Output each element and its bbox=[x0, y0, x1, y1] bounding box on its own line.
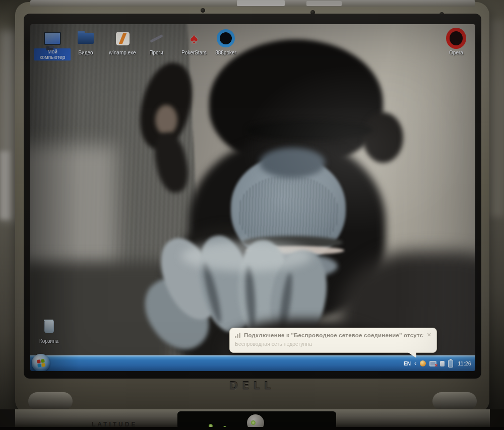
balloon-body-text: Беспроводная сеть недоступна bbox=[235, 341, 431, 347]
desktop-icon-label: Opera bbox=[448, 49, 465, 56]
my-computer-icon bbox=[34, 29, 71, 47]
chimp-brow bbox=[247, 120, 373, 140]
wireless-network-icon bbox=[235, 332, 240, 338]
hinge-right bbox=[432, 392, 477, 410]
desktop: Мой компьютер Видео winamp.exe Проги ♠ P… bbox=[30, 24, 475, 371]
opera-icon bbox=[438, 29, 474, 47]
chimp-ear bbox=[363, 112, 403, 163]
desktop-icon-label: Видео bbox=[77, 49, 94, 56]
language-indicator[interactable]: EN bbox=[404, 361, 411, 366]
baby-chimp-face bbox=[155, 105, 177, 135]
background-wall-right bbox=[489, 20, 504, 217]
power-led bbox=[251, 420, 256, 425]
notification-balloon: Подключение к "Беспроводное сетевое соед… bbox=[229, 328, 437, 353]
desktop-icon-label: Мой компьютер bbox=[34, 48, 71, 60]
chimp-knuckle-highlight bbox=[181, 241, 312, 271]
tray-chevron-icon[interactable]: ‹ bbox=[414, 361, 416, 366]
balloon-close-icon[interactable]: ✕ bbox=[427, 332, 431, 338]
hinge-left bbox=[28, 392, 73, 410]
power-plug-icon[interactable] bbox=[440, 361, 445, 366]
desktop-icon-label: winamp.exe bbox=[107, 49, 137, 56]
888poker-icon bbox=[208, 29, 244, 47]
desktop-icon-label: 888poker bbox=[214, 49, 238, 56]
desktop-icon-opera[interactable]: Opera bbox=[438, 29, 474, 56]
chimp-nose bbox=[260, 148, 325, 178]
dell-brand-logo: DELL bbox=[222, 380, 282, 392]
video-folder-icon bbox=[68, 29, 104, 47]
windows-flag-icon bbox=[37, 359, 45, 367]
wallpaper-chimpanzee-image bbox=[30, 24, 475, 371]
taskbar-clock[interactable]: 11:26 bbox=[458, 360, 471, 366]
lid-latch-highlight bbox=[306, 1, 342, 6]
progi-shortcut-icon bbox=[138, 29, 174, 47]
desktop-icon-video[interactable]: Видео bbox=[68, 29, 104, 56]
desktop-icon-label: Корзина bbox=[38, 338, 60, 344]
start-button[interactable] bbox=[32, 354, 50, 371]
desktop-icon-label: Проги bbox=[148, 49, 165, 56]
laptop-screen: Мой компьютер Видео winamp.exe Проги ♠ P… bbox=[30, 24, 475, 371]
desktop-icon-pokerstars[interactable]: ♠ PokerStars bbox=[176, 29, 212, 56]
battery-icon[interactable] bbox=[448, 360, 453, 367]
tray-app-icon[interactable] bbox=[420, 360, 426, 366]
desktop-icon-label: PokerStars bbox=[180, 49, 208, 56]
network-disconnected-icon[interactable]: ✕ bbox=[429, 361, 436, 366]
background-paper bbox=[0, 151, 10, 219]
balloon-title: Подключение к "Беспроводное сетевое соед… bbox=[244, 332, 423, 338]
system-tray: EN ‹ ✕ 11:26 bbox=[404, 356, 471, 371]
desktop-icon-progi[interactable]: Проги bbox=[138, 29, 174, 56]
recycle-bin-icon bbox=[31, 318, 67, 336]
desktop-icon-winamp[interactable]: winamp.exe bbox=[104, 29, 141, 56]
pokerstars-spade-icon: ♠ bbox=[176, 29, 212, 47]
desktop-icon-my-computer[interactable]: Мой компьютер bbox=[34, 29, 71, 61]
base-bottom-shadow bbox=[0, 427, 504, 430]
winamp-icon bbox=[104, 29, 141, 47]
lid-latch[interactable] bbox=[237, 0, 285, 6]
desktop-icon-recycle-bin[interactable]: Корзина bbox=[31, 318, 67, 345]
bezel-bumper bbox=[201, 8, 205, 13]
desktop-icon-888poker[interactable]: 888poker bbox=[208, 29, 244, 56]
